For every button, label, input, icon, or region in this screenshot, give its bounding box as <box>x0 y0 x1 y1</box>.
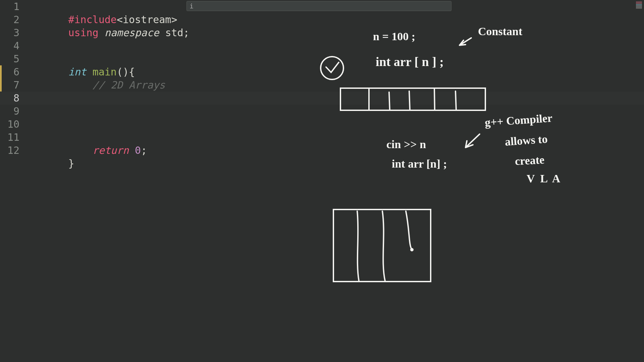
token-comment: // 2D Arrays <box>68 79 165 91</box>
token-std: std <box>165 27 183 39</box>
line-number: 3 <box>0 27 23 39</box>
token-semi: ; <box>141 144 147 156</box>
token-brace-close: } <box>68 158 74 169</box>
line-number-gutter: 1 2 3 4 5 6 7 8 9 10 11 12 <box>0 0 29 362</box>
code-editor[interactable]: 1 2 3 4 5 6 7 8 9 10 11 12 #include<iost… <box>0 0 644 362</box>
token-using: using <box>68 27 98 39</box>
token-namespace: namespace <box>99 27 165 39</box>
line-number: 8 <box>0 92 23 104</box>
hint-text: i <box>190 2 194 10</box>
line-number: 9 <box>0 105 23 117</box>
token-semi: ; <box>183 27 190 39</box>
minimap[interactable] <box>636 1 642 9</box>
line-number: 1 <box>0 1 23 12</box>
line-number: 12 <box>0 144 23 156</box>
line-number: 10 <box>0 118 23 130</box>
token-zero: 0 <box>135 144 141 156</box>
line-number: 11 <box>0 131 23 143</box>
line-number: 5 <box>0 53 23 65</box>
line-number: 7 <box>0 79 23 91</box>
editor-input-hint[interactable]: i <box>186 1 451 11</box>
code-area[interactable]: #include<iostream> using namespace std; … <box>32 0 56 105</box>
token-return: return <box>68 144 135 156</box>
line-number: 6 <box>0 66 23 78</box>
line-number: 4 <box>0 40 23 52</box>
line-number: 2 <box>0 14 23 25</box>
